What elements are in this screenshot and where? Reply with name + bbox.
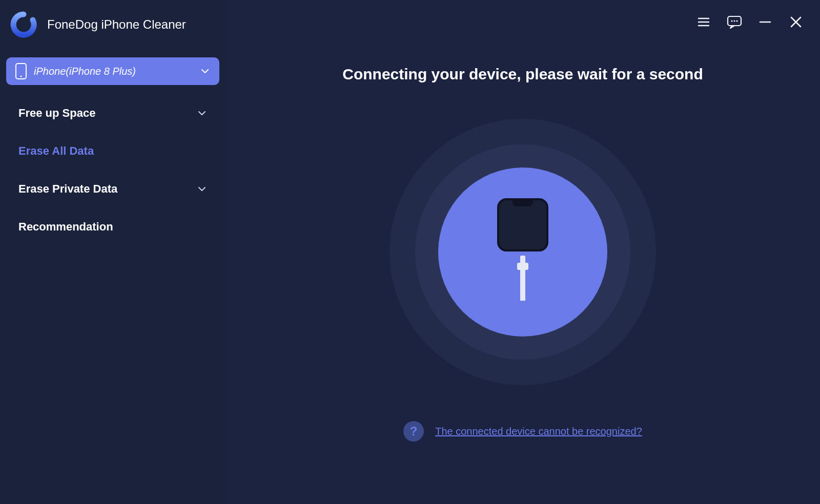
- help-row: ? The connected device cannot be recogni…: [403, 421, 642, 442]
- close-icon: [789, 15, 803, 29]
- brand: FoneDog iPhone Cleaner: [0, 11, 225, 53]
- window-controls: [695, 13, 805, 31]
- chevron-down-icon: [197, 184, 207, 194]
- connecting-illustration: [389, 119, 656, 385]
- app-window: FoneDog iPhone Cleaner iPhone(iPhone 8 P…: [0, 0, 820, 504]
- app-title: FoneDog iPhone Cleaner: [47, 17, 186, 32]
- feedback-icon: [727, 15, 742, 29]
- nav-recommendation[interactable]: Recommendation: [9, 208, 216, 246]
- sidebar-nav: Free up Space Erase All Data Erase Priva…: [0, 94, 225, 246]
- nav-erase-all-data[interactable]: Erase All Data: [9, 132, 216, 170]
- device-label: iPhone(iPhone 8 Plus): [34, 66, 136, 77]
- status-headline: Connecting your device, please wait for …: [342, 66, 703, 83]
- svg-point-3: [731, 20, 732, 22]
- menu-button[interactable]: [695, 13, 712, 31]
- phone-icon: [15, 63, 27, 79]
- nav-erase-private-data[interactable]: Erase Private Data: [9, 170, 216, 208]
- phone-notch: [512, 200, 533, 206]
- svg-point-5: [736, 20, 737, 22]
- nav-label: Free up Space: [18, 107, 95, 120]
- phone-body: [497, 198, 548, 251]
- brand-logo-icon: [10, 11, 37, 38]
- sidebar: FoneDog iPhone Cleaner iPhone(iPhone 8 P…: [0, 0, 225, 504]
- feedback-button[interactable]: [726, 13, 743, 31]
- close-button[interactable]: [787, 13, 805, 31]
- chevron-down-icon: [197, 108, 207, 118]
- chevron-down-icon: [200, 66, 210, 76]
- nav-label: Erase All Data: [18, 144, 94, 158]
- minimize-icon: [758, 15, 772, 29]
- device-selector[interactable]: iPhone(iPhone 8 Plus): [6, 57, 219, 85]
- main-panel: Connecting your device, please wait for …: [225, 0, 820, 504]
- help-link[interactable]: The connected device cannot be recognize…: [435, 426, 642, 437]
- nav-label: Erase Private Data: [18, 182, 117, 196]
- menu-icon: [696, 15, 711, 29]
- minimize-button[interactable]: [756, 13, 774, 31]
- nav-label: Recommendation: [18, 220, 113, 234]
- help-icon: ?: [403, 421, 424, 442]
- phone-illustration: [496, 198, 549, 301]
- svg-point-1: [20, 75, 22, 77]
- svg-point-4: [733, 20, 735, 22]
- lightning-plug-icon: [517, 256, 528, 301]
- nav-free-up-space[interactable]: Free up Space: [9, 94, 216, 132]
